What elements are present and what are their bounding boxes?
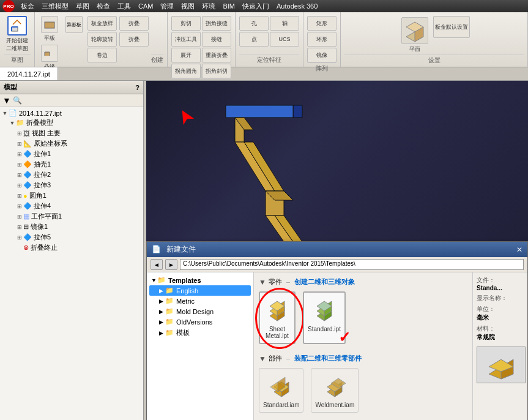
template-standard-ipt[interactable]: Standard.ipt ✓ [303, 291, 346, 344]
panel-title: 模型 [4, 83, 17, 92]
svg-rect-3 [45, 22, 54, 28]
btn-hem[interactable]: 卷边 [87, 48, 117, 62]
search-icon[interactable]: 🔍 [13, 96, 22, 105]
btn-hole[interactable]: 孔 [239, 16, 269, 31]
btn-fold1[interactable]: 折叠 [119, 16, 149, 31]
menu-inspect[interactable]: 检查 [93, 0, 114, 12]
btn-start-sketch[interactable]: 开始创建二维草图 [4, 15, 31, 54]
btn-sheet-metal-defaults[interactable]: 板金默认设置 [433, 16, 470, 38]
panel-help-btn[interactable]: ? [135, 84, 139, 91]
btn-punch[interactable]: 冲压工具 [171, 32, 201, 47]
fold-end-icon: ⊗ [23, 244, 29, 252]
flange-icon [41, 45, 58, 62]
menu-bim[interactable]: BIM [219, 0, 239, 12]
info-unit: 单位： 毫米 [477, 305, 524, 322]
btn-rotate[interactable]: 轮廓旋转 [87, 32, 117, 47]
file-icon: 📄 [9, 109, 17, 117]
tree-extrude5[interactable]: ⊞ 🔷 拉伸5 [1, 232, 142, 242]
menu-3d-model[interactable]: 三维模型 [38, 0, 72, 12]
coords-icon: 📐 [23, 140, 32, 148]
template-sheet-metal[interactable]: SheetMetal.ipt [259, 291, 296, 344]
expand-fold[interactable]: ▼ [9, 120, 16, 126]
profile-icon: 异形板 [65, 16, 83, 33]
menu-env[interactable]: 环境 [198, 0, 219, 12]
btn-cut[interactable]: 剪切 [171, 16, 201, 31]
dialog-title: 新建文件 [166, 245, 196, 253]
main-area: 模型 ? ▼ 🔍 ▼ 📄 2014.11.27.ipt ➤ ▼ 📁 折叠模型 [0, 81, 528, 420]
tree-extrude2[interactable]: ⊞ 🔷 拉伸2 [1, 170, 142, 180]
dialog-titlebar: 📄 新建文件 ✕ [147, 242, 527, 257]
btn-unfold[interactable]: 展开 [171, 48, 201, 62]
info-file: 文件： Standa... [477, 276, 524, 291]
weldment-iam-icon [321, 372, 348, 399]
tree-fillet1[interactable]: ⊞ ● 圆角1 [1, 190, 142, 201]
template-standard-iam[interactable]: Standard.iam [259, 368, 303, 413]
fold-icon: 📁 [16, 119, 24, 127]
menu-sketch[interactable]: 草图 [72, 0, 93, 12]
folder-icon-moban: 📁 [165, 329, 174, 337]
btn-ucs[interactable]: UCS [270, 32, 299, 47]
tree-fold-model[interactable]: ▼ 📁 折叠模型 [1, 118, 142, 128]
menu-manage[interactable]: 管理 [157, 0, 177, 12]
menu-tools[interactable]: 工具 [114, 0, 135, 12]
dialog-forward-btn[interactable]: ► [165, 259, 177, 270]
tree-extrude4[interactable]: ⊞ 🔷 拉伸4 [1, 201, 142, 211]
btn-fold2[interactable]: 折叠 [119, 32, 149, 47]
file-item-mold[interactable]: ▶ 📁 Mold Design [149, 306, 251, 317]
extrude5-icon: 🔷 [23, 233, 32, 241]
tree-workplane1[interactable]: ⊞ ▦ 工作平面1 [1, 211, 142, 222]
menu-view[interactable]: 视图 [177, 0, 198, 12]
btn-rect-array[interactable]: 矩形 [307, 16, 337, 31]
btn-sheet-loft[interactable]: 板金放样 [87, 16, 117, 31]
btn-profile[interactable]: 异形板 [63, 15, 85, 34]
btn-point[interactable]: 点 [239, 32, 269, 47]
view-icon: 🖼 [23, 130, 30, 137]
section-arrow-parts: ▼ [259, 278, 266, 287]
tree-fold-end[interactable]: ⊗ 折叠终止 [1, 242, 142, 253]
btn-seam[interactable]: 接缝 [202, 32, 231, 47]
btn-axis[interactable]: 轴 [270, 16, 299, 31]
btn-circular-array[interactable]: 环形 [307, 32, 337, 47]
btn-mirror-array[interactable]: 镜像 [307, 48, 337, 62]
tree-extrude1[interactable]: ⊞ 🔷 拉伸1 [1, 149, 142, 159]
btn-refold[interactable]: 重新折叠 [202, 48, 231, 62]
ribbon-group-create: 平板 凸缘 异形板 板金放样 轮廓旋转 卷边 折叠 折叠 创建 [35, 12, 168, 67]
tree-mirror1[interactable]: ⊞ ⊞ 镜像1 [1, 222, 142, 232]
file-item-english[interactable]: ▶ 📁 English [149, 285, 251, 296]
file-item-metric[interactable]: ▶ 📁 Metric [149, 296, 251, 306]
dialog-back-btn[interactable]: ◄ [151, 259, 163, 270]
menu-cam[interactable]: CAM [135, 0, 157, 12]
menu-board-metal[interactable]: 板金 [17, 0, 38, 12]
viewport[interactable]: ➤ 📄 新建文件 ✕ ◄ ► C:\Users\Public\Documents… [146, 81, 528, 420]
expand-root[interactable]: ▼ [1, 110, 9, 116]
menu-a360[interactable]: Autodesk 360 [273, 0, 321, 12]
extrude2-icon: 🔷 [23, 171, 32, 179]
ribbon-group-position: 孔 轴 点 UCS 定位特征 [236, 12, 303, 67]
template-weldment-iam[interactable]: Weldment.iam [311, 368, 359, 413]
dialog-content: ▼ 📁 Templates ▶ 📁 English ▶ 📁 Metri [147, 272, 527, 420]
btn-corner-chamfer[interactable]: 拐角斜切 [202, 64, 231, 78]
ribbon: 开始创建二维草图 草图 平板 凸缘 异形板 板金放样 [0, 12, 528, 67]
btn-corner-join[interactable]: 拐角接缝 [202, 16, 231, 31]
tree-view-main[interactable]: ⊞ 🖼 视图 主要 [1, 128, 142, 138]
btn-flat[interactable]: 平板 [39, 15, 61, 43]
section-header-parts: ▼ 零件 – 创建二维和三维对象 [259, 277, 467, 287]
sheet-metal-icon [264, 296, 291, 323]
tree-shell1[interactable]: ⊞ 🔶 抽壳1 [1, 159, 142, 170]
ribbon-group-sketch: 开始创建二维草图 草图 [0, 12, 35, 67]
file-item-oldversions[interactable]: ▶ 📁 OldVersions [149, 317, 251, 327]
btn-flat-plane[interactable]: 平面 [399, 16, 431, 54]
flat-icon [41, 16, 58, 33]
dialog-close-btn[interactable]: ✕ [516, 246, 522, 254]
tree-extrude3[interactable]: ⊞ 🔷 拉伸3 [1, 180, 142, 190]
ribbon-group-modify: 剪切 拐角接缝 冲压工具 接缝 展开 重新折叠 拐角圆角 拐角斜切 修改 ▼ [168, 12, 236, 67]
tree-root[interactable]: ▼ 📄 2014.11.27.ipt ➤ [1, 108, 142, 118]
file-item-templates[interactable]: ▼ 📁 Templates [149, 275, 251, 285]
filter-icon[interactable]: ▼ [2, 96, 11, 105]
tab-2014-file[interactable]: 2014.11.27.ipt [0, 67, 58, 80]
file-item-moban[interactable]: ▶ 📁 模板 [149, 327, 251, 339]
btn-corner-round[interactable]: 拐角圆角 [171, 64, 201, 78]
left-panel: 模型 ? ▼ 🔍 ▼ 📄 2014.11.27.ipt ➤ ▼ 📁 折叠模型 [0, 81, 144, 420]
menu-quickstart[interactable]: 快速入门 [239, 0, 273, 12]
tree-origin-coords[interactable]: ⊞ 📐 原始坐标系 [1, 138, 142, 149]
